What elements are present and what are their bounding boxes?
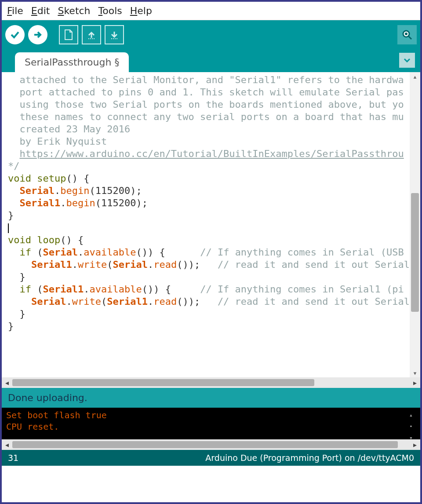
menu-tools[interactable]: Tools [98,5,122,16]
scroll-up-icon[interactable]: ▴ [409,409,413,421]
code-line: } [8,271,410,283]
status-bar: Done uploading. [2,388,420,408]
arrow-up-icon [87,30,96,40]
console-line: Set boot flash true [6,409,406,421]
chevron-down-icon [404,58,411,62]
code-line: } [8,209,410,222]
output-console[interactable]: Set boot flash trueCPU reset. ▴ • ▾ [2,408,420,439]
code-editor[interactable]: attached to the Serial Monitor, and "Ser… [2,72,420,377]
code-line: Serial1.begin(115200); [8,197,410,209]
svg-point-3 [405,33,407,35]
code-line: using those two Serial ports on the boar… [8,99,410,111]
code-line: Serial.begin(115200); [8,185,410,197]
file-icon [64,29,73,40]
code-line: if (Serial.available()) { // If anything… [8,246,410,259]
code-line: by Erik Nyquist [8,135,410,148]
code-line [8,222,410,234]
menu-file[interactable]: File [7,5,23,16]
console-horizontal-scrollbar[interactable]: ◂ ▸ [2,439,420,450]
code-line: port attached to pins 0 and 1. This sket… [8,86,410,99]
new-button[interactable] [59,25,78,44]
scroll-thumb[interactable] [12,441,398,448]
code-line: void loop() { [8,234,410,246]
arrow-right-icon [33,29,43,40]
scroll-up-icon[interactable]: ▴ [410,72,420,81]
line-number: 31 [8,453,18,463]
scroll-right-icon[interactable]: ▸ [410,379,420,387]
sketch-tab[interactable]: SerialPassthrough § [15,52,129,72]
menu-bar: File Edit Sketch Tools Help [2,2,420,20]
code-line: these names to connect any two serial po… [8,111,410,123]
scroll-thumb[interactable] [12,379,314,386]
arrow-down-icon [109,30,119,40]
upload-button[interactable] [28,25,47,44]
code-line: Serial.write(Serial1.read()); // read it… [8,296,410,308]
editor-vertical-scrollbar[interactable]: ▴ ▾ [410,72,420,377]
console-vertical-scrollbar[interactable]: ▴ • ▾ [406,409,416,438]
magnifier-icon [401,29,413,40]
check-icon [10,29,20,40]
scroll-right-icon[interactable]: ▸ [410,441,420,449]
verify-button[interactable] [5,25,25,44]
code-line: https://www.arduino.cc/en/Tutorial/Built… [8,148,410,160]
code-line: Serial1.write(Serial.read()); // read it… [8,259,410,271]
scroll-dot-icon: • [409,421,413,432]
code-line: attached to the Serial Monitor, and "Ser… [8,74,410,86]
serial-monitor-button[interactable] [397,25,417,44]
open-button[interactable] [82,25,101,44]
code-line: } [8,320,410,332]
code-line: void setup() { [8,172,410,185]
status-message: Done uploading. [8,392,87,403]
code-line: } [8,308,410,320]
toolbar [2,20,420,49]
tab-title: SerialPassthrough [25,57,111,68]
board-port-info: Arduino Due (Programming Port) on /dev/t… [205,453,414,463]
scroll-down-icon[interactable]: ▾ [410,369,420,377]
console-line: CPU reset. [6,421,406,432]
svg-line-4 [408,36,411,39]
save-button[interactable] [105,25,124,44]
tab-dropdown[interactable] [399,53,415,68]
menu-sketch[interactable]: Sketch [58,5,90,16]
footer-bar: 31 Arduino Due (Programming Port) on /de… [2,450,420,466]
menu-help[interactable]: Help [130,5,152,16]
scroll-left-icon[interactable]: ◂ [2,379,12,387]
tab-strip: SerialPassthrough § [2,49,420,72]
tab-modified-marker: § [114,57,119,68]
editor-horizontal-scrollbar[interactable]: ◂ ▸ [2,377,420,388]
scroll-thumb[interactable] [411,193,419,312]
code-line: if (Serial1.available()) { // If anythin… [8,283,410,296]
code-line: */ [8,160,410,172]
code-line: created 23 May 2016 [8,123,410,135]
menu-edit[interactable]: Edit [31,5,50,16]
scroll-left-icon[interactable]: ◂ [2,441,12,449]
